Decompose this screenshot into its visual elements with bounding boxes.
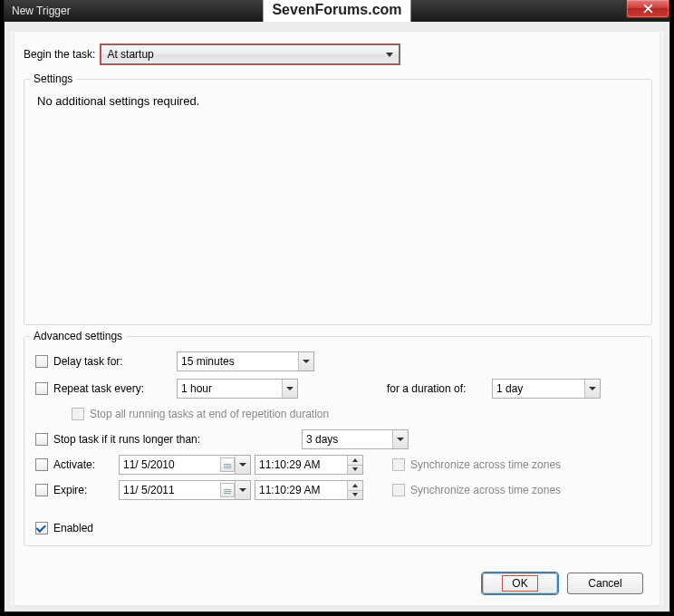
titlebar: New Trigger SevenForums.com [5,0,669,22]
duration-value: 1 day [496,382,523,395]
stop-longer-checkbox[interactable] [35,433,48,446]
activate-time[interactable]: 11:10:29 AM [255,455,363,475]
enabled-label: Enabled [53,522,93,534]
chevron-down-icon [584,380,600,398]
begin-task-row: Begin the task: At startup [24,44,400,64]
repeat-combo[interactable]: 1 hour [177,379,298,399]
chevron-down-icon [235,456,250,474]
delay-value: 15 minutes [181,355,235,368]
stop-repetition-label: Stop all running tasks at end of repetit… [90,408,329,420]
watermark: SevenForums.com [263,0,410,22]
activate-sync-label: Synchronize across time zones [410,458,561,471]
chevron-down-icon [235,481,250,499]
chevron-down-icon [298,352,313,371]
new-trigger-dialog: New Trigger SevenForums.com Begin the ta… [4,0,670,612]
activate-date[interactable]: 11/ 5/2010 [119,455,251,475]
expire-time-value: 11:10:29 AM [259,484,320,496]
stop-longer-row: Stop task if it runs longer than: [35,429,200,449]
dialog-footer: OK Cancel [482,573,643,594]
stop-longer-value: 3 days [306,433,338,446]
expire-date-value: 11/ 5/2011 [123,484,175,496]
delay-row: Delay task for: [35,351,123,371]
settings-group-label: Settings [30,72,76,85]
delay-combo[interactable]: 15 minutes [177,351,314,371]
calendar-icon [220,457,235,472]
begin-task-label: Begin the task: [24,48,95,61]
activate-label: Activate: [53,458,95,471]
window-title: New Trigger [5,5,71,17]
delay-label: Delay task for: [53,355,123,368]
activate-checkbox[interactable] [35,458,48,471]
close-button[interactable] [626,0,669,18]
repeat-row: Repeat task every: [35,379,144,399]
enabled-row: Enabled [35,518,93,538]
ok-label: OK [502,575,537,592]
activate-row: Activate: [35,455,95,475]
expire-sync-row: Synchronize across time zones [392,480,561,500]
duration-combo[interactable]: 1 day [492,379,601,399]
expire-checkbox[interactable] [35,484,48,496]
duration-label: for a duration of: [387,382,466,395]
advanced-group: Advanced settings Delay task for: 15 min… [24,336,652,546]
begin-task-select[interactable]: At startup [101,44,400,64]
settings-group: Settings No additional settings required… [24,79,652,325]
activate-sync-row: Synchronize across time zones [392,455,561,475]
repeat-label: Repeat task every: [53,382,144,395]
chevron-down-icon [282,380,297,398]
stop-longer-combo[interactable]: 3 days [302,429,409,449]
begin-task-value: At startup [107,48,153,61]
delay-checkbox[interactable] [35,355,48,368]
advanced-group-label: Advanced settings [30,330,126,342]
close-icon [643,4,653,14]
activate-sync-checkbox [392,458,405,471]
expire-sync-label: Synchronize across time zones [410,484,561,496]
stop-repetition-row: Stop all running tasks at end of repetit… [72,404,329,424]
activate-date-value: 11/ 5/2010 [123,458,175,471]
expire-row: Expire: [35,480,87,500]
ok-button[interactable]: OK [482,573,558,594]
calendar-icon [220,483,235,497]
expire-time[interactable]: 11:10:29 AM [255,480,363,500]
cancel-label: Cancel [588,577,621,590]
spinner-icon [347,481,362,499]
dialog-content: Begin the task: At startup Settings No a… [5,22,669,611]
expire-label: Expire: [53,484,87,496]
stop-repetition-checkbox [72,408,84,420]
expire-date[interactable]: 11/ 5/2011 [119,480,251,500]
stop-longer-label: Stop task if it runs longer than: [53,433,200,446]
chevron-down-icon [386,53,393,57]
expire-sync-checkbox [392,484,405,496]
chevron-down-icon [392,430,408,448]
repeat-checkbox[interactable] [35,382,48,395]
settings-text: No additional settings required. [37,94,199,108]
cancel-button[interactable]: Cancel [567,573,643,594]
enabled-checkbox[interactable] [35,522,48,534]
spinner-icon [347,456,362,474]
activate-time-value: 11:10:29 AM [259,458,320,471]
repeat-value: 1 hour [181,382,212,395]
